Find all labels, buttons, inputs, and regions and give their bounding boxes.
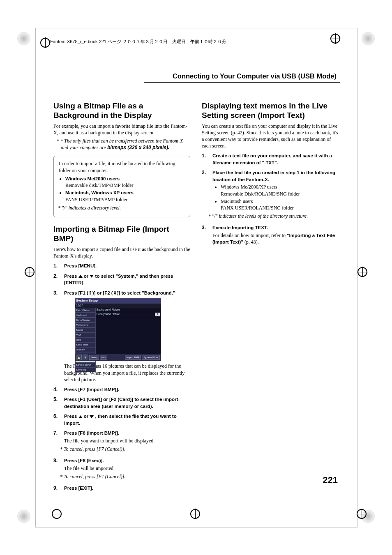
print-mark-corner (17, 510, 30, 523)
step-head: Press [EXIT]. (64, 486, 93, 491)
screenshot-footer: Setup Info Import BMP System Write (75, 354, 161, 361)
paragraph: For example, you can import a favorite b… (53, 123, 190, 136)
list-label: Windows Me/2000/XP users (221, 184, 277, 190)
down-arrow-icon (83, 355, 88, 360)
step-item: 2. Press or to select "System," and then… (53, 273, 190, 286)
step-item: 9. Press [EXIT]. (53, 485, 190, 492)
section-heading-bitmap-bg: Using a Bitmap File as a Background in t… (53, 101, 190, 120)
down-arrow-icon (90, 275, 94, 278)
step-item: 5. Press [F1 (User)] or [F2 (Card)] to s… (53, 396, 190, 410)
list-item: Windows Me/2000 users Removable disk/TMP… (65, 175, 185, 189)
footnote: * "/" indicates a directory level. (62, 205, 185, 211)
list-label: Macintosh, Windows XP users (65, 190, 134, 195)
step-item: 7. Press [F8 (Import BMP)]. The file you… (53, 430, 190, 454)
print-crosshair (52, 509, 62, 519)
footnote: * "/" indicates the levels of the direct… (212, 213, 339, 219)
print-crosshair (357, 267, 367, 277)
print-crosshair (357, 509, 367, 519)
step-head: Press [MENU]. (64, 263, 97, 268)
frame-intro: In order to import a file, it must be lo… (59, 160, 185, 173)
step-number: 3. (53, 290, 60, 383)
asterisk-icon: * (57, 138, 60, 144)
footnote: * * The only files that can be transferr… (61, 138, 190, 151)
step-head: Execute Importing TEXT. (212, 225, 268, 230)
list-item: Windows Me/2000/XP users Removable Disk/… (221, 184, 339, 197)
print-crosshair (190, 509, 200, 519)
print-crosshair (25, 267, 35, 277)
step-sub: For details on how to import, refer to "… (212, 232, 339, 246)
step-number: 7. (53, 430, 60, 454)
page-content: Connecting to Your Computer via USB (USB… (53, 70, 340, 495)
print-crosshair (330, 34, 340, 44)
step-item: 4. Press [F7 (Import BMP)]. (53, 386, 190, 393)
step-head: Press or to select "System," and then pr… (64, 274, 173, 286)
list-label: Windows Me/2000 users (65, 176, 120, 181)
step-number: 2. (202, 169, 208, 221)
paragraph: You can create a text file on your compu… (202, 123, 339, 150)
up-arrow-icon (76, 355, 82, 360)
step-head: Press [F7 (Import BMP)]. (64, 387, 119, 392)
note-emphasis: bitmaps (320 x 240 pixels). (107, 145, 169, 150)
step-item: 8. Press [F8 (Exec)]. The file will be i… (53, 457, 190, 481)
step-number: 5. (53, 396, 60, 410)
section-heading-import-bmp: Importing a Bitmap File (Import BMP) (53, 225, 190, 244)
step-sub: The file will be imported. (64, 465, 190, 472)
screenshot-sidebar: Patch/Setup Keyboard Sync/Tempo Metronom… (75, 308, 96, 357)
step-item: 1. Create a text file on your computer, … (202, 152, 339, 166)
list-body: FANX USER/ROLAND/SNG folder (221, 205, 294, 211)
list-item: Macintosh users FANX USER/ROLAND/SNG fol… (221, 198, 339, 211)
step-item: 3. Execute Importing TEXT. For details o… (202, 224, 339, 246)
list-item: Macintosh, Windows XP users FANS USER/TM… (65, 189, 185, 203)
step-item: 2. Place the text file you created in st… (202, 169, 339, 221)
step-item: 6. Press or , then select the file that … (53, 413, 190, 426)
page-title-box: Connecting to Your Computer via USB (USB… (144, 70, 340, 83)
list-label: Macintosh users (221, 198, 253, 204)
step-number: 8. (53, 457, 60, 481)
step-number: 4. (53, 386, 60, 393)
right-column: Displaying text memos in the Live Settin… (202, 101, 339, 495)
step-item: 3. Press [F1 (⇑)] or [F2 (⇓)] to select … (53, 290, 190, 383)
step-number: 2. (53, 273, 60, 286)
up-arrow-icon (78, 415, 83, 418)
page-number: 221 (323, 475, 338, 486)
paragraph: Here's how to import a copied file and u… (53, 246, 190, 259)
embedded-screenshot: System Setup 11/14 Patch/Setup Keyboard … (75, 298, 161, 361)
step-number: 1. (202, 152, 208, 166)
print-crosshair (40, 38, 50, 48)
header-meta-line: Fantom-X678_r_e.book 221 ページ ２００７年３月２０日 … (50, 39, 226, 45)
left-column: Using a Bitmap File as a Background in t… (53, 101, 190, 495)
list-body: Removable disk/TMP/BMP folder (65, 182, 134, 188)
step-sub: The file you want to import will be disp… (64, 438, 190, 444)
footnote: * To cancel, press [F7 (Cancel)]. (64, 446, 190, 452)
step-head: Press [F1 (⇑)] or [F2 (⇓)] to select "Ba… (64, 290, 175, 295)
step-head: Place the text file you created in step … (212, 170, 335, 182)
print-mark-corner (362, 32, 375, 45)
step-item: 1. Press [MENU]. (53, 263, 190, 269)
step-number: 1. (53, 263, 60, 269)
footnote: * To cancel, press [F7 (Cancel)]. (64, 473, 190, 480)
print-mark-corner (17, 32, 30, 45)
up-arrow-icon (78, 275, 83, 278)
screenshot-subtitle: 11/14 (75, 304, 161, 307)
step-head: Press [F8 (Exec)]. (64, 458, 104, 463)
list-body: FANS USER/TMP/BMP folder (65, 197, 127, 203)
step-number: 9. (53, 485, 60, 492)
step-head: Press [F8 (Import BMP)]. (64, 431, 119, 435)
section-heading-import-text: Displaying text memos in the Live Settin… (202, 101, 339, 120)
screenshot-main: Background Picture Background Picture1 (96, 308, 161, 357)
step-head: Press [F1 (User)] or [F2 (Card)] to sele… (64, 397, 180, 409)
step-number: 3. (202, 224, 208, 246)
screenshot-title: System Setup (75, 298, 161, 304)
step-head: Create a text file on your computer, and… (212, 153, 332, 165)
step-number: 6. (53, 413, 60, 426)
list-body: Removable Disk/ROLAND/SNG folder (221, 191, 300, 197)
framed-note-box: In order to import a file, it must be lo… (53, 156, 190, 217)
step-head: Press or , then select the file that you… (64, 414, 177, 426)
down-arrow-icon (90, 415, 94, 418)
